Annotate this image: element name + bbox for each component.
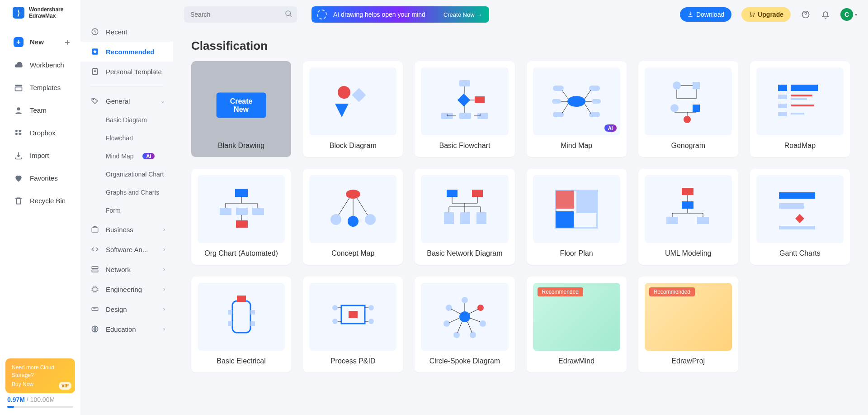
bell-icon[interactable] — [821, 10, 830, 19]
nav-dropbox[interactable]: Dropbox — [0, 122, 80, 144]
cart-icon — [749, 11, 755, 19]
cat-engineering[interactable]: Engineering› — [80, 279, 173, 299]
search-icon[interactable] — [284, 10, 292, 19]
template-card-blank[interactable]: Create NewBlank Drawing — [191, 61, 291, 157]
template-card-gantt[interactable]: Gantt Charts — [750, 169, 850, 265]
svg-point-14 — [751, 15, 752, 16]
svg-point-85 — [459, 311, 470, 322]
nav-new[interactable]: New ＋ — [0, 30, 80, 54]
svg-rect-47 — [235, 189, 248, 197]
cat-education[interactable]: Education› — [80, 319, 173, 339]
upgrade-button[interactable]: Upgrade — [741, 7, 791, 22]
template-card-floorplan[interactable]: Floor Plan — [527, 169, 627, 265]
nav-templates[interactable]: Templates — [0, 76, 80, 99]
account-menu[interactable]: C ▾ — [840, 8, 857, 21]
chevron-right-icon: › — [163, 246, 165, 253]
ruler-icon — [90, 305, 99, 314]
card-thumbnail — [309, 283, 396, 351]
ai-banner[interactable]: AI drawing helps open your mind Create N… — [311, 6, 489, 23]
svg-rect-42 — [791, 98, 807, 100]
cat-sub-basic-diagram[interactable]: Basic Diagram — [80, 111, 173, 129]
cloud-icon — [14, 60, 24, 70]
svg-rect-31 — [592, 99, 601, 104]
nav-import[interactable]: Import — [0, 144, 80, 167]
svg-point-37 — [684, 116, 691, 123]
cat-general[interactable]: General ⌄ — [80, 91, 173, 111]
cat-sub-label: Graphs and Charts — [106, 189, 159, 196]
nav-recycle[interactable]: Recycle Bin — [0, 190, 80, 212]
template-card-mindmap[interactable]: AIMind Map — [527, 61, 627, 157]
cat-design[interactable]: Design› — [80, 299, 173, 319]
cat-recent[interactable]: Recent — [80, 22, 173, 42]
card-label: Process P&ID — [330, 357, 376, 365]
template-card-orgauto[interactable]: Org Chart (Automated) — [191, 169, 291, 265]
help-icon[interactable] — [801, 10, 811, 19]
nav-label: Workbench — [30, 61, 64, 69]
svg-rect-78 — [250, 321, 255, 326]
cat-network[interactable]: Network› — [80, 259, 173, 279]
recommended-badge: Recommended — [538, 287, 583, 296]
cat-sub-graphs[interactable]: Graphs and Charts — [80, 183, 173, 201]
promo-line: Need more Cloud Storage? — [12, 364, 69, 378]
cat-sub-form[interactable]: Form — [80, 201, 173, 219]
template-card-flowchart[interactable]: Basic Flowchart — [415, 61, 514, 157]
nav-bottom: Need more Cloud Storage? Buy Now VIP 0.9… — [0, 353, 80, 415]
create-new-button[interactable]: Create New — [216, 93, 266, 118]
template-card-block[interactable]: Block Diagram — [303, 61, 403, 157]
chip-icon — [90, 285, 99, 294]
cat-personal-template[interactable]: Personal Template — [80, 62, 173, 81]
svg-rect-65 — [682, 188, 693, 195]
svg-rect-56 — [447, 190, 458, 197]
cat-business[interactable]: Business› — [80, 219, 173, 239]
card-label: Basic Flowchart — [439, 142, 490, 150]
template-card-edrawmind[interactable]: RecommendedEdrawMind — [527, 277, 627, 372]
card-label: Genogram — [671, 142, 705, 150]
nav-team[interactable]: Team — [0, 99, 80, 122]
template-card-concept[interactable]: Concept Map — [303, 169, 403, 265]
template-card-circlespoke[interactable]: Circle-Spoke Diagram — [415, 277, 514, 372]
storage-promo[interactable]: Need more Cloud Storage? Buy Now VIP — [5, 358, 75, 393]
nav-favorites[interactable]: Favorites — [0, 167, 80, 190]
plus-square-icon — [14, 37, 24, 47]
card-thumbnail — [533, 175, 620, 243]
template-card-edrawproj[interactable]: RecommendedEdrawProj — [638, 277, 738, 372]
svg-rect-74 — [237, 296, 246, 302]
template-icon — [14, 83, 24, 93]
card-thumbnail: Recommended — [645, 283, 732, 351]
template-card-pid[interactable]: Process P&ID — [303, 277, 403, 372]
card-thumbnail — [421, 67, 508, 135]
cat-sub-mind-map[interactable]: Mind MapAI — [80, 147, 173, 165]
template-card-genogram[interactable]: Genogram — [638, 61, 738, 157]
storage-total: 100.00M — [30, 396, 55, 403]
svg-rect-50 — [252, 208, 264, 215]
template-card-netdiag[interactable]: Basic Network Diagram — [415, 169, 514, 265]
search-input[interactable] — [184, 6, 297, 23]
template-card-uml[interactable]: UML Modeling — [638, 169, 738, 265]
cat-sub-flowchart[interactable]: Flowchart — [80, 129, 173, 147]
vip-chip: VIP — [59, 382, 71, 390]
cat-recommended[interactable]: Recommended — [80, 42, 173, 62]
star-icon — [90, 47, 99, 56]
globe-icon — [90, 324, 99, 334]
chevron-right-icon: › — [163, 226, 165, 233]
server-icon — [90, 265, 99, 274]
code-icon — [90, 245, 99, 254]
card-label: Gantt Charts — [779, 249, 821, 258]
card-thumbnail — [309, 175, 396, 243]
svg-rect-45 — [778, 112, 787, 116]
svg-rect-29 — [553, 112, 564, 117]
download-button[interactable]: Download — [680, 7, 731, 22]
svg-rect-40 — [778, 95, 787, 99]
template-card-electrical[interactable]: Basic Electrical — [191, 277, 291, 372]
template-card-roadmap[interactable]: RoadMap — [750, 61, 850, 157]
cat-software[interactable]: Software An...› — [80, 239, 173, 259]
card-thumbnail — [645, 175, 732, 243]
cat-sub-org-chart[interactable]: Organizational Chart — [80, 165, 173, 183]
card-label: Blank Drawing — [218, 142, 264, 150]
nav-workbench[interactable]: Workbench — [0, 54, 80, 76]
plus-icon[interactable]: ＋ — [63, 37, 71, 48]
logo-text: Wondershare EdrawMax — [29, 6, 63, 19]
svg-rect-59 — [460, 212, 470, 224]
card-label: EdrawMind — [558, 357, 594, 365]
svg-rect-66 — [682, 201, 693, 209]
